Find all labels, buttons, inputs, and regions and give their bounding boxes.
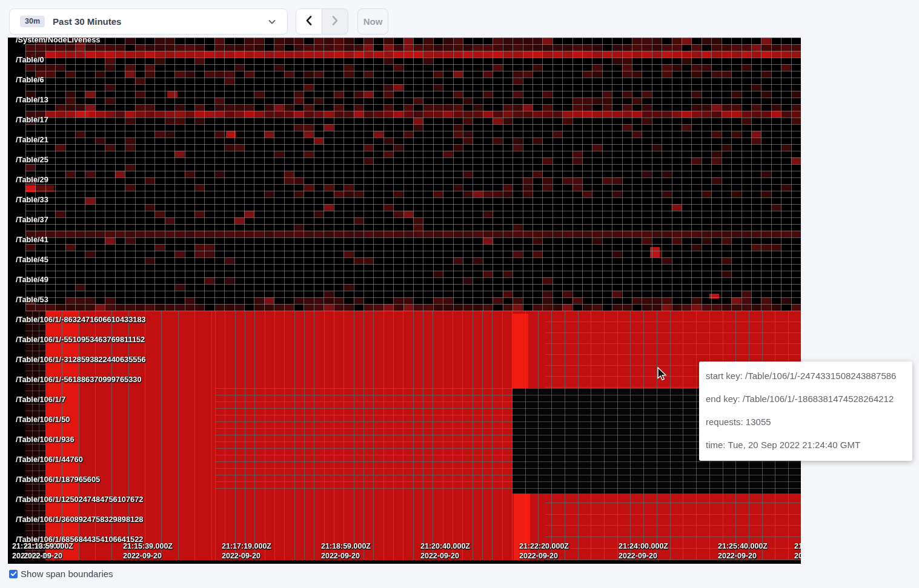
chevron-down-icon xyxy=(268,18,276,28)
span-boundaries-checkbox[interactable] xyxy=(9,570,18,578)
chevron-right-icon xyxy=(330,15,340,28)
tooltip-end-key: end key: /Table/106/1/-18683814745282642… xyxy=(706,394,901,404)
time-range-label: Past 30 Minutes xyxy=(53,16,121,27)
hover-tooltip: start key: /Table/106/1/-247433150824388… xyxy=(699,362,912,461)
check-icon xyxy=(10,570,17,577)
tooltip-requests: requests: 13055 xyxy=(706,417,901,427)
key-visualizer-map[interactable]: /System/NodeLiveness/Table/0/Table/6/Tab… xyxy=(8,38,801,564)
time-nav-group xyxy=(296,8,348,35)
toolbar: 30m Past 30 Minutes Now xyxy=(0,0,919,38)
time-forward-button[interactable] xyxy=(322,9,348,34)
chevron-left-icon xyxy=(304,15,314,28)
time-range-badge: 30m xyxy=(20,16,45,27)
tooltip-time: time: Tue, 20 Sep 2022 21:24:40 GMT xyxy=(706,440,901,450)
now-button[interactable]: Now xyxy=(357,8,388,35)
time-range-dropdown[interactable]: 30m Past 30 Minutes xyxy=(9,8,288,35)
span-boundaries-label: Show span boundaries xyxy=(21,569,113,579)
time-back-button[interactable] xyxy=(296,9,322,34)
heatmap-canvas[interactable] xyxy=(8,38,801,564)
span-boundaries-control[interactable]: Show span boundaries xyxy=(9,569,113,579)
tooltip-start-key: start key: /Table/106/1/-247433150824388… xyxy=(706,371,901,381)
